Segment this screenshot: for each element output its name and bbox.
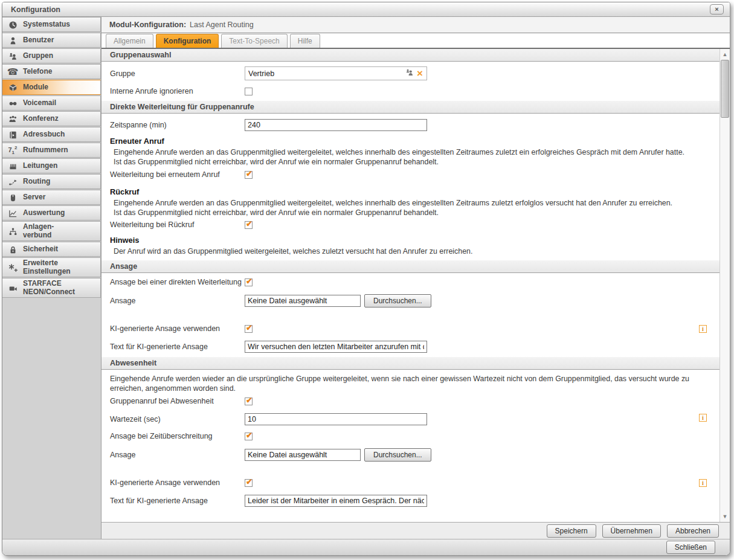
ansage-file-row: Ansage Durchsuchen... [101, 294, 720, 307]
abwesenheit-ki-label: KI-generierte Ansage verwenden [110, 478, 245, 487]
sidebar-item-erweiterte-einstellungen[interactable]: Erweiterte Einstellungen [2, 257, 101, 277]
section-direkte-weiterleitung: Direkte Weiterleitung für Gruppenanrufe [101, 101, 720, 114]
ansage-browse-button[interactable]: Durchsuchen... [364, 294, 431, 307]
sidebar-item-voicemail[interactable]: Voicemail [2, 95, 101, 111]
ki-ansage-label: KI-generierte Ansage verwenden [110, 324, 245, 333]
abwesenheit-ki-text-input[interactable] [245, 495, 427, 507]
ki-text-label: Text für KI-generierte Ansage [110, 343, 245, 351]
ansage-file-input[interactable] [245, 295, 361, 307]
gear-plus-icon [2, 262, 23, 272]
tab-hilfe[interactable]: Hilfe [290, 34, 320, 48]
rueckruf-heading: Rückruf [101, 187, 720, 196]
tab-allgemein[interactable]: Allgemein [106, 34, 153, 48]
abwesenheit-file-label: Ansage [110, 451, 245, 459]
interne-anrufe-label: Interne Anrufe ignorieren [110, 87, 245, 95]
sidebar-item-rufnummern[interactable]: 712 Rufnummern [2, 143, 101, 158]
ki-ansage-row: KI-generierte Ansage verwenden ✔ i [101, 324, 720, 333]
sidebar-item-adressbuch[interactable]: Adressbuch [2, 127, 101, 142]
clock-icon [2, 19, 23, 30]
sidebar-item-routing[interactable]: Routing [2, 174, 101, 189]
ansage-file-label: Ansage [110, 297, 245, 305]
sidebar-item-anlagenverbund[interactable]: Anlagen- verbund [2, 221, 101, 241]
module-header: Modul-Konfiguration: Last Agent Routing [101, 17, 730, 33]
zeitspanne-row: Zeitspanne (min) [101, 119, 720, 131]
interne-anrufe-checkbox[interactable] [245, 88, 253, 95]
section-abwesenheit: Abwesenheit [101, 357, 720, 370]
abwesenheit-ki-text-row: Text für KI-generierte Ansage [101, 495, 720, 507]
weiterleitung-rueckruf-row: Weiterleitung bei Rückruf ✔ [101, 220, 720, 229]
content-area: Modul-Konfiguration: Last Agent Routing … [101, 17, 730, 539]
sidebar-item-systemstatus[interactable]: Systemstatus [2, 17, 101, 32]
sidebar-item-konferenz[interactable]: Konferenz [2, 111, 101, 126]
ki-text-input[interactable] [245, 341, 427, 353]
tab-bar: Allgemein Konfiguration Text-To-Speech H… [101, 33, 730, 49]
route-icon [2, 176, 23, 187]
gruppe-row: Gruppe × [101, 66, 720, 80]
ansage-direkt-checkbox[interactable]: ✔ [245, 278, 253, 286]
gruppenanruf-abwesenheit-checkbox[interactable]: ✔ [245, 397, 253, 405]
abwesenheit-ki-text-label: Text für KI-generierte Ansage [110, 497, 245, 505]
window-title: Konfiguration [11, 5, 710, 14]
user-icon [2, 35, 23, 45]
sidebar-item-telefone[interactable]: ☎ Telefone [2, 64, 101, 79]
abwesenheit-ki-checkbox[interactable]: ✔ [245, 479, 253, 487]
group-picker-icon[interactable] [405, 68, 414, 79]
sidebar-item-auswertung[interactable]: Auswertung [2, 205, 101, 220]
sidebar-item-module[interactable]: Module [2, 80, 101, 95]
sidebar-item-sicherheit[interactable]: Sicherheit [2, 242, 101, 257]
server-mouse-icon [2, 192, 23, 202]
line-chart-icon [2, 208, 23, 218]
scroll-down-icon[interactable]: ▼ [720, 512, 730, 521]
section-ansage: Ansage [101, 260, 720, 273]
konfiguration-window: Konfiguration × Systemstatus Benutzer Gr… [2, 2, 730, 556]
speichern-button[interactable]: Speichern [547, 524, 596, 538]
rueckruf-desc: Eingehende Anrufe werden an das Gruppenm… [101, 198, 720, 217]
abbrechen-button[interactable]: Abbrechen [667, 524, 719, 538]
sidebar-item-leitungen[interactable]: Leitungen [2, 158, 101, 173]
phone-icon: ☎ [2, 67, 23, 76]
window-bottombar: Schließen [2, 539, 730, 555]
lock-icon [2, 244, 23, 254]
section-gruppenauswahl: Gruppenauswahl [101, 49, 720, 62]
conference-icon [2, 114, 23, 124]
gruppe-select[interactable]: × [245, 66, 427, 80]
tab-text-to-speech[interactable]: Text-To-Speech [221, 34, 287, 48]
abwesenheit-browse-button[interactable]: Durchsuchen... [364, 448, 431, 462]
window-titlebar: Konfiguration × [2, 2, 730, 17]
zeitspanne-label: Zeitspanne (min) [110, 121, 245, 129]
vertical-scrollbar[interactable]: ▲ ▼ [720, 49, 730, 522]
info-icon[interactable]: i [699, 479, 707, 487]
zeitueberschreitung-label: Ansage bei Zeitüberschreitung [110, 432, 245, 440]
tab-konfiguration[interactable]: Konfiguration [156, 34, 219, 48]
abwesenheit-ki-row: KI-generierte Ansage verwenden ✔ i [101, 478, 720, 487]
wartezeit-row: Wartezeit (sec) i [101, 413, 720, 425]
wartezeit-input[interactable] [245, 413, 427, 425]
clear-group-icon[interactable]: × [414, 68, 427, 79]
interne-anrufe-row: Interne Anrufe ignorieren [101, 87, 720, 95]
sidebar-item-benutzer[interactable]: Benutzer [2, 33, 101, 48]
uebernehmen-button[interactable]: Übernehmen [602, 524, 661, 538]
window-close-button[interactable]: × [710, 4, 724, 14]
scroll-up-icon[interactable]: ▲ [720, 50, 730, 59]
zeitueberschreitung-checkbox[interactable]: ✔ [245, 433, 253, 440]
hinweis-desc: Der Anruf wird an das Gruppenmitglied we… [101, 246, 720, 256]
gruppe-input[interactable] [245, 69, 405, 78]
ki-ansage-checkbox[interactable]: ✔ [245, 325, 253, 333]
sidebar-item-starface-neon-connect[interactable]: STARFACE NEON/Connect [2, 278, 101, 298]
schliessen-button[interactable]: Schließen [666, 541, 715, 554]
ki-text-row: Text für KI-generierte Ansage [101, 341, 720, 353]
gruppenanruf-abwesenheit-label: Gruppenanruf bei Abwesenheit [110, 397, 245, 405]
network-tree-icon [2, 226, 23, 236]
video-camera-icon [2, 283, 23, 293]
info-icon[interactable]: i [699, 414, 707, 422]
zeitspanne-input[interactable] [245, 119, 427, 131]
sidebar-item-server[interactable]: Server [2, 190, 101, 205]
abwesenheit-file-input[interactable] [245, 449, 361, 461]
scrollbar-thumb[interactable] [721, 60, 729, 118]
zeitueberschreitung-row: Ansage bei Zeitüberschreitung ✔ [101, 432, 720, 440]
info-icon[interactable]: i [699, 325, 707, 333]
gruppe-label: Gruppe [110, 69, 245, 78]
weiterleitung-erneut-checkbox[interactable]: ✔ [245, 171, 253, 179]
sidebar-item-gruppen[interactable]: Gruppen [2, 48, 101, 63]
weiterleitung-rueckruf-checkbox[interactable]: ✔ [245, 221, 253, 229]
